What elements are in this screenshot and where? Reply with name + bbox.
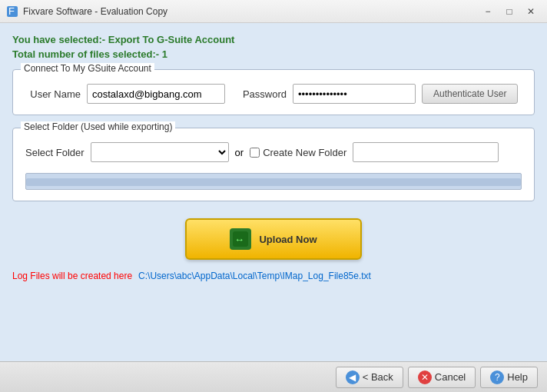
progress-area [25, 173, 522, 190]
folder-row: Select Folder or Create New Folder [25, 142, 522, 162]
credentials-row: User Name Password Authenticate User [25, 84, 522, 104]
main-content: You have selected:- Export To G-Suite Ac… [0, 23, 547, 361]
title-bar: F Fixvare Software - Evaluation Copy − □… [0, 0, 547, 23]
upload-label: Upload Now [259, 234, 317, 245]
password-label: Password [231, 88, 287, 100]
log-section: Log Files will be created here C:\Users\… [12, 271, 535, 281]
bottom-bar: ◀ < Back ✕ Cancel ? Help [0, 361, 547, 392]
username-input[interactable] [87, 84, 225, 104]
back-label: < Back [363, 371, 393, 383]
back-icon: ◀ [346, 370, 360, 384]
cancel-button[interactable]: ✕ Cancel [408, 367, 476, 388]
maximize-button[interactable]: □ [499, 4, 519, 19]
folder-group: Select Folder (Used while exporting) Sel… [12, 128, 535, 201]
help-label: Help [507, 371, 528, 383]
close-button[interactable]: ✕ [521, 4, 541, 19]
create-folder-label[interactable]: Create New Folder [250, 147, 346, 158]
log-label: Log Files will be created here [12, 271, 132, 281]
username-label: User Name [25, 88, 81, 100]
password-input[interactable] [293, 84, 416, 104]
window-controls: − □ ✕ [478, 4, 541, 19]
help-button[interactable]: ? Help [480, 367, 538, 388]
status-line2: Total number of files selected:- 1 [12, 48, 535, 60]
gsuite-group-title: Connect To My GSuite Account [21, 63, 154, 74]
minimize-button[interactable]: − [478, 4, 498, 19]
help-icon: ? [490, 370, 504, 384]
authenticate-button[interactable]: Authenticate User [422, 84, 518, 104]
status-line1: You have selected:- Export To G-Suite Ac… [12, 34, 535, 45]
log-link[interactable]: C:\Users\abc\AppData\Local\Temp\IMap_Log… [138, 271, 371, 281]
progress-bar [26, 178, 521, 186]
app-icon: F [6, 5, 18, 18]
svg-text:↔: ↔ [234, 234, 244, 245]
folder-group-title: Select Folder (Used while exporting) [21, 121, 175, 132]
window-title: Fixvare Software - Evaluation Copy [23, 6, 478, 17]
cancel-label: Cancel [435, 371, 466, 383]
cancel-icon: ✕ [418, 370, 432, 384]
gsuite-group: Connect To My GSuite Account User Name P… [12, 69, 535, 115]
upload-button[interactable]: ↔ Upload Now [185, 218, 362, 260]
upload-container: ↔ Upload Now [12, 218, 535, 260]
create-folder-checkbox[interactable] [250, 148, 260, 158]
create-folder-text: Create New Folder [263, 147, 346, 158]
svg-text:F: F [8, 6, 15, 17]
back-button[interactable]: ◀ < Back [336, 367, 403, 388]
upload-icon: ↔ [230, 228, 251, 250]
select-folder-label: Select Folder [25, 147, 85, 158]
folder-dropdown[interactable] [91, 142, 229, 162]
or-label: or [235, 147, 244, 158]
new-folder-input[interactable] [353, 142, 499, 162]
